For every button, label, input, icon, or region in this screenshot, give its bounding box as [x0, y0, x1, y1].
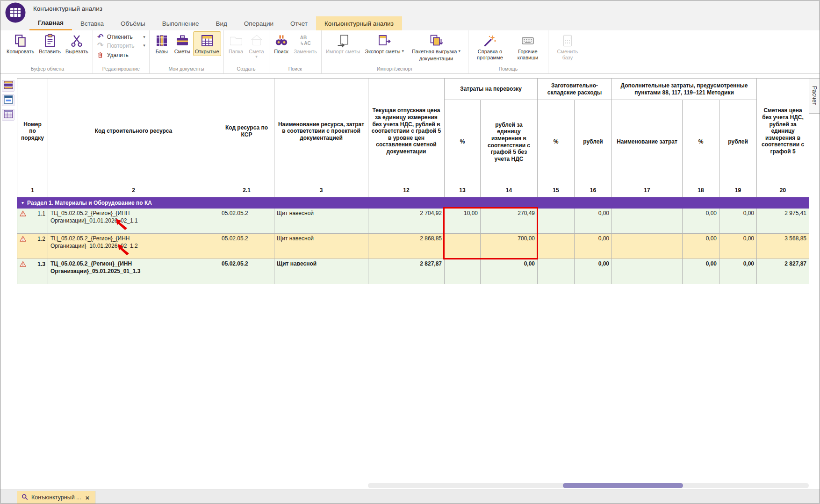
import-estimate-button[interactable]: Импорт сметы: [324, 31, 362, 56]
cell-warehouse-pct[interactable]: [538, 234, 575, 259]
cell-name[interactable]: Щит навесной: [274, 259, 368, 284]
about-button[interactable]: Справка о программе: [471, 31, 509, 62]
app-logo-icon[interactable]: [5, 2, 26, 23]
cell-num[interactable]: 1.3: [17, 259, 48, 284]
cell-transport-rub[interactable]: 0,00: [481, 259, 538, 284]
change-base-button[interactable]: Сменить базу: [551, 31, 584, 62]
keyboard-icon: [520, 33, 536, 48]
batch-dropdown-icon[interactable]: ▾: [458, 49, 460, 53]
undo-icon: ↶: [97, 34, 104, 40]
redo-button[interactable]: ↷ Повторить ▾: [97, 42, 145, 49]
create-estimate-button[interactable]: Смета ▾: [247, 31, 266, 60]
cell-warehouse-rub[interactable]: 0,00: [575, 209, 612, 234]
col-header-extra-name: Наименование затрат: [612, 100, 683, 184]
tab-close-icon[interactable]: ×: [85, 494, 91, 501]
find-button[interactable]: Поиск: [272, 31, 291, 56]
magic-wand-icon: [482, 33, 498, 48]
redo-dropdown-icon[interactable]: ▾: [143, 43, 145, 48]
cell-warehouse-pct[interactable]: [538, 209, 575, 234]
tab-vstavka[interactable]: Вставка: [72, 16, 112, 30]
cell-total[interactable]: 2 827,87: [757, 259, 809, 284]
estimate-dropdown-icon[interactable]: ▾: [255, 55, 258, 59]
cell-num[interactable]: 1.1: [17, 209, 48, 234]
batch-export-icon: [428, 33, 444, 48]
cell-extra-pct[interactable]: 0,00: [683, 259, 719, 284]
cell-num[interactable]: 1.2: [17, 234, 48, 259]
cell-price[interactable]: 2 827,87: [368, 259, 445, 284]
cell-transport-pct[interactable]: [445, 234, 481, 259]
cell-name[interactable]: Щит навесной: [274, 209, 368, 234]
panel-icon: [4, 95, 13, 106]
warning-icon: [20, 210, 26, 219]
window-title: Конъюнктурный анализ: [33, 5, 102, 12]
cell-extra-rub[interactable]: 0,00: [719, 259, 757, 284]
col-header-transport-pct: %: [445, 100, 481, 184]
horizontal-scrollbar-thumb[interactable]: [563, 483, 683, 488]
section-row[interactable]: ▾Раздел 1. Материалы и Оборудование по К…: [17, 197, 809, 209]
cell-warehouse-pct[interactable]: [538, 259, 575, 284]
cell-transport-pct[interactable]: [445, 259, 481, 284]
cell-ksr[interactable]: 05.02.05.2: [219, 209, 274, 234]
tab-vid[interactable]: Вид: [207, 16, 235, 30]
open-documents-button[interactable]: Открытые: [193, 31, 221, 56]
cell-price[interactable]: 2 868,85: [368, 234, 445, 259]
cell-price[interactable]: 2 704,92: [368, 209, 445, 234]
panel-table-button[interactable]: [2, 109, 14, 121]
cell-transport-rub[interactable]: 700,00: [481, 234, 538, 259]
cell-warehouse-rub[interactable]: 0,00: [575, 259, 612, 284]
cell-name[interactable]: Щит навесной: [274, 234, 368, 259]
tab-vypolnenie[interactable]: Выполнение: [154, 16, 208, 30]
cell-ksr[interactable]: 05.02.05.2: [219, 234, 274, 259]
app-window: Конъюнктурный анализ Главная Вставка Объ…: [0, 0, 820, 504]
hotkeys-button[interactable]: Горячие клавиши: [510, 31, 546, 62]
cell-extra-name[interactable]: [612, 234, 683, 259]
panel-params-button[interactable]: [2, 94, 14, 106]
cell-transport-rub[interactable]: 270,49: [481, 209, 538, 234]
cut-button[interactable]: Вырезать: [64, 31, 90, 56]
section-collapse-icon[interactable]: ▾: [22, 200, 24, 205]
col-group-extra: Дополнительные затраты, предусмотренные …: [612, 79, 757, 100]
cell-code[interactable]: ТЦ_05.02.05.2_{Регион}_{ИНН Организации}…: [48, 209, 219, 234]
cell-total[interactable]: 3 568,85: [757, 234, 809, 259]
batch-export-button[interactable]: Пакетная выгрузка▾ документации: [407, 31, 466, 63]
copy-button[interactable]: Копировать: [5, 31, 36, 56]
export-icon: [376, 33, 392, 48]
tab-glavnaya[interactable]: Главная: [29, 16, 72, 30]
tab-operacii[interactable]: Операции: [236, 16, 282, 30]
group-label-import-export: Импорт/экспорт: [324, 65, 466, 73]
cell-warehouse-rub[interactable]: 0,00: [575, 234, 612, 259]
cell-extra-pct[interactable]: 0,00: [683, 209, 719, 234]
tab-konyunkturny-analiz[interactable]: Конъюнктурный анализ: [316, 16, 402, 30]
col-header-price: Текущая отпускная цена за единицу измере…: [368, 79, 445, 184]
delete-button[interactable]: Удалить: [97, 51, 145, 59]
cell-code[interactable]: ТЦ_05.02.05.2_{Регион}_{ИНН Организации}…: [48, 259, 219, 284]
cell-extra-pct[interactable]: 0,00: [683, 234, 719, 259]
cell-extra-name[interactable]: [612, 209, 683, 234]
calc-side-tab[interactable]: Расчет: [808, 78, 820, 114]
cell-code[interactable]: ТЦ_05.02.05.2_{Регион}_{ИНН Организации}…: [48, 234, 219, 259]
tab-obyomy[interactable]: Объёмы: [112, 16, 154, 30]
undo-button[interactable]: ↶ Отменить ▾: [97, 34, 145, 40]
tab-otchet[interactable]: Отчет: [282, 16, 316, 30]
col-header-extra-pct: %: [683, 100, 719, 184]
panel-structure-button[interactable]: [2, 80, 14, 92]
col-header-transport-rub: рублей за единицу измерения в соответств…: [481, 100, 538, 184]
document-tab[interactable]: Конъюнктурный ... ×: [17, 491, 95, 504]
cell-total[interactable]: 2 975,41: [757, 209, 809, 234]
group-label-editing: Редактирование: [95, 65, 147, 73]
paste-button[interactable]: Вставить: [37, 31, 63, 56]
cell-extra-rub[interactable]: 0,00: [719, 209, 757, 234]
replace-button[interactable]: AB↳AC Заменить: [292, 31, 319, 56]
estimates-button[interactable]: Сметы: [173, 31, 192, 56]
horizontal-scrollbar-track[interactable]: [368, 483, 809, 488]
undo-dropdown-icon[interactable]: ▾: [143, 35, 145, 39]
export-dropdown-icon[interactable]: ▾: [402, 49, 404, 53]
cell-transport-pct[interactable]: 10,00: [445, 209, 481, 234]
group-clipboard: Копировать Вставить Вырезать Буфер обмен…: [2, 30, 93, 73]
cell-extra-rub[interactable]: 0,00: [719, 234, 757, 259]
create-folder-button[interactable]: Папка: [226, 31, 246, 56]
export-estimate-button[interactable]: Экспорт сметы▾: [363, 31, 406, 56]
cell-extra-name[interactable]: [612, 259, 683, 284]
cell-ksr[interactable]: 05.02.05.2: [219, 259, 274, 284]
bases-button[interactable]: Базы: [152, 31, 172, 56]
